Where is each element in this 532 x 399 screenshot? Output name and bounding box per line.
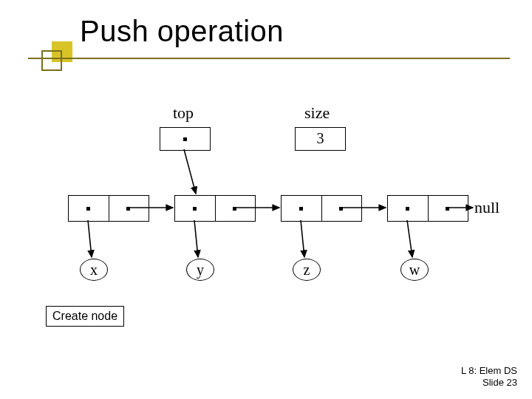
data-value-3: z [304, 262, 310, 279]
data-value-4: w [409, 262, 420, 279]
diagram: top size 3 [0, 0, 532, 399]
data-oval-4: w [400, 259, 429, 281]
node-2 [174, 195, 256, 222]
data-value-2: y [197, 262, 204, 279]
node-1-next-pointer-icon [126, 207, 130, 211]
size-box: 3 [295, 127, 346, 151]
data-oval-2: y [186, 259, 214, 281]
slide: Push operation top size 3 [0, 0, 532, 399]
null-label: null [474, 198, 499, 217]
slide-footer: L 8: Elem DS Slide 23 [461, 365, 517, 389]
footer-line-2: Slide 23 [461, 377, 517, 389]
node-2-data-pointer-icon [193, 207, 197, 211]
data-value-1: x [90, 262, 98, 279]
node-4-next-pointer-icon [446, 207, 449, 211]
node-3-split [321, 196, 322, 221]
footer-line-1: L 8: Elem DS [461, 365, 517, 377]
arrow-top-to-list [184, 149, 196, 194]
top-box [160, 127, 211, 151]
arrow-node2-data [194, 220, 198, 257]
data-oval-1: x [80, 259, 108, 281]
node-2-split [215, 196, 216, 221]
node-4-data-pointer-icon [406, 207, 409, 211]
node-3-next-pointer-icon [339, 207, 343, 211]
node-3-data-pointer-icon [299, 207, 303, 211]
node-4 [387, 195, 468, 222]
step-label: Create node [46, 306, 124, 327]
arrow-node3-data [301, 220, 304, 257]
node-2-next-pointer-icon [233, 207, 236, 211]
node-1 [68, 195, 149, 222]
node-3 [281, 195, 362, 222]
node-1-data-pointer-icon [86, 207, 90, 211]
arrow-node1-data [88, 220, 92, 257]
top-pointer-icon [183, 137, 187, 141]
data-oval-3: z [293, 259, 321, 281]
label-size: size [304, 103, 330, 123]
node-4-split [428, 196, 429, 221]
size-value: 3 [296, 130, 345, 147]
arrow-node4-data [407, 220, 412, 257]
label-top: top [173, 103, 194, 123]
node-1-split [109, 196, 109, 221]
